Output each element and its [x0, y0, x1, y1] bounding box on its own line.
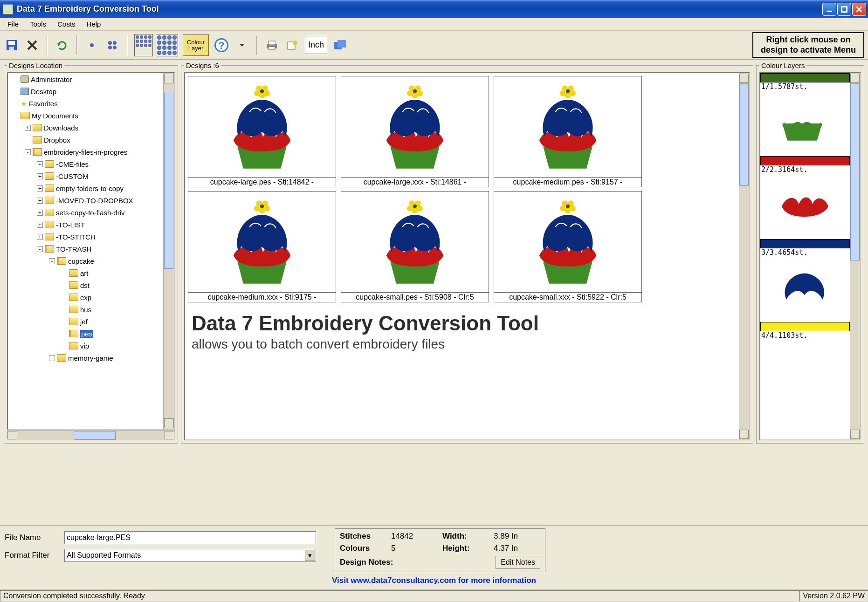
tree-node[interactable]: hus: [8, 303, 163, 315]
scroll-track[interactable]: [18, 431, 164, 440]
chevron-down-icon[interactable]: ▾: [305, 550, 315, 561]
tree-vscroll[interactable]: [163, 73, 174, 429]
scroll-track[interactable]: [739, 83, 749, 429]
single-dot-icon[interactable]: [84, 37, 100, 53]
tree-hscroll[interactable]: [7, 430, 175, 440]
tree-node[interactable]: vip: [8, 340, 163, 352]
maximize-button[interactable]: [837, 3, 851, 16]
tree-node[interactable]: pes: [8, 328, 163, 340]
colour-layer[interactable]: 4/4.1103st.: [760, 322, 850, 340]
layers-vscroll[interactable]: [850, 73, 860, 439]
scroll-up-icon[interactable]: [850, 74, 860, 83]
design-thumbnail[interactable]: [188, 192, 336, 292]
expand-icon[interactable]: +: [49, 355, 55, 361]
tree-node[interactable]: ★Favorites: [8, 97, 163, 109]
tree-node[interactable]: +-CUSTOM: [8, 170, 163, 182]
colours-value: 5: [391, 544, 442, 553]
refresh-icon[interactable]: [54, 37, 70, 53]
colour-layer[interactable]: 3/3.4654st.: [760, 239, 850, 322]
design-thumbnail[interactable]: [494, 76, 641, 177]
colour-layer-button[interactable]: Colour Layer: [183, 34, 209, 56]
design-thumbnail[interactable]: [494, 192, 641, 292]
collapse-icon[interactable]: -: [37, 246, 43, 252]
format-filter-input[interactable]: [64, 549, 316, 562]
design-thumbnail[interactable]: [341, 192, 489, 292]
tree-node[interactable]: +-TO-LIST: [8, 219, 163, 231]
windows-icon[interactable]: [332, 37, 348, 53]
minimize-button[interactable]: [822, 3, 836, 16]
colour-layer[interactable]: 1/1.5787st.: [760, 73, 850, 156]
expand-icon[interactable]: +: [37, 210, 43, 216]
scroll-down-icon[interactable]: [164, 418, 174, 428]
tree-node[interactable]: +Downloads: [8, 122, 163, 134]
expand-icon[interactable]: +: [37, 198, 43, 204]
menu-file[interactable]: File: [3, 19, 23, 29]
menu-costs[interactable]: Costs: [53, 19, 80, 29]
tree-node[interactable]: exp: [8, 291, 163, 303]
scroll-thumb[interactable]: [74, 431, 116, 440]
design-cell[interactable]: cupcake-small.xxx - Sti:5922 - Clr:5: [494, 191, 642, 302]
scroll-up-icon[interactable]: [739, 74, 749, 83]
expand-icon[interactable]: +: [37, 234, 43, 240]
design-cell[interactable]: cupcake-large.xxx - Sti:14861 -: [341, 76, 489, 187]
print-icon[interactable]: [264, 37, 280, 53]
scroll-thumb[interactable]: [164, 92, 173, 269]
scroll-down-icon[interactable]: [850, 430, 860, 439]
design-cell[interactable]: cupcake-large.pes - Sti:14842 -: [188, 76, 336, 187]
expand-icon[interactable]: +: [25, 125, 31, 131]
tree-node[interactable]: Desktop: [8, 85, 163, 97]
close-button[interactable]: [852, 3, 866, 16]
tree-node[interactable]: dst: [8, 279, 163, 291]
edit-notes-button[interactable]: Edit Notes: [496, 556, 540, 569]
tree-node[interactable]: -TO-TRASH: [8, 243, 163, 255]
four-dot-icon[interactable]: [104, 37, 120, 53]
tree-node[interactable]: art: [8, 267, 163, 279]
expand-icon[interactable]: +: [37, 185, 43, 192]
design-cell[interactable]: cupcake-small.pes - Sti:5908 - Clr:5: [341, 191, 489, 302]
tree-node[interactable]: +-MOVED-TO-DROPBOX: [8, 194, 163, 206]
collapse-icon[interactable]: -: [49, 258, 55, 264]
save-icon[interactable]: [4, 37, 20, 53]
design-cell[interactable]: cupcake-medium.pes - Sti:9157 -: [494, 76, 642, 187]
delete-icon[interactable]: [24, 37, 40, 53]
units-inch-button[interactable]: Inch: [305, 36, 327, 54]
help-dropdown-icon[interactable]: [234, 37, 250, 53]
expand-icon[interactable]: +: [37, 161, 43, 167]
file-name-input[interactable]: [64, 531, 316, 544]
scroll-up-icon[interactable]: [164, 74, 174, 83]
scroll-thumb[interactable]: [850, 83, 860, 260]
tree-node[interactable]: jef: [8, 315, 163, 328]
grid-large-icon[interactable]: [156, 34, 178, 56]
tree-node[interactable]: +empty-folders-to-copy: [8, 182, 163, 194]
design-thumbnail[interactable]: [341, 76, 489, 177]
visit-link[interactable]: Visit www.data7consultancy.com for more …: [5, 573, 863, 588]
colour-layer[interactable]: 2/2.3164st.: [760, 156, 850, 239]
scroll-right-icon[interactable]: [165, 431, 174, 439]
tree-node[interactable]: +-CME-files: [8, 158, 163, 170]
tree-node[interactable]: +sets-copy-to-flash-driv: [8, 206, 163, 219]
tree-node[interactable]: +-TO-STITCH: [8, 231, 163, 243]
tree-node[interactable]: -cupcake: [8, 255, 163, 267]
folder-tree[interactable]: AdministratorDesktop★FavoritesMy Documen…: [8, 73, 163, 429]
menu-tools[interactable]: Tools: [25, 19, 51, 29]
scroll-left-icon[interactable]: [7, 431, 17, 439]
scroll-down-icon[interactable]: [739, 430, 749, 439]
expand-icon[interactable]: +: [37, 173, 43, 179]
design-thumbnail[interactable]: [188, 76, 336, 177]
help-icon[interactable]: ?: [214, 37, 229, 53]
tree-node[interactable]: My Documents: [8, 109, 163, 122]
tree-node[interactable]: Dropbox: [8, 134, 163, 146]
format-filter-combo[interactable]: ▾: [64, 549, 316, 562]
designs-vscroll[interactable]: [739, 73, 749, 439]
properties-icon[interactable]: [284, 37, 300, 53]
tree-node[interactable]: +memory-game: [8, 352, 163, 364]
design-cell[interactable]: cupcake-medium.xxx - Sti:9175 -: [188, 191, 336, 302]
collapse-icon[interactable]: -: [25, 149, 31, 155]
tree-node[interactable]: Administrator: [8, 73, 163, 85]
grid-small-icon[interactable]: [134, 34, 153, 56]
menu-help[interactable]: Help: [82, 19, 106, 29]
scroll-track[interactable]: [850, 83, 860, 429]
expand-icon[interactable]: +: [37, 222, 43, 228]
tree-node[interactable]: -embroidery-files-in-progres: [8, 146, 163, 158]
scroll-thumb[interactable]: [739, 83, 749, 186]
